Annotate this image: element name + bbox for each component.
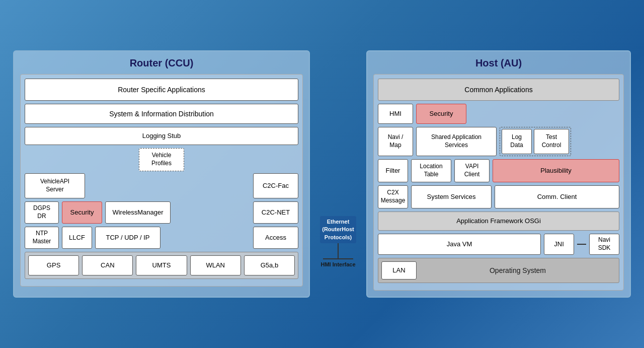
jni-line bbox=[577, 244, 586, 245]
tcp-box: TCP / UDP / IP bbox=[95, 227, 160, 249]
system-info-box: System & Information Distribution bbox=[25, 104, 298, 124]
umts-box: UMTS bbox=[136, 255, 187, 275]
ethernet-section: Ethernet (RouterHost Protocols) HMI Inte… bbox=[318, 50, 358, 298]
router-specific-box: Router Specific Applications bbox=[25, 79, 298, 101]
dgps-box: DGPS DR bbox=[25, 201, 59, 224]
access-box: Access bbox=[253, 227, 298, 249]
plausibility-box: Plausibility bbox=[493, 159, 619, 182]
system-services-box: System Services bbox=[411, 185, 492, 208]
logging-box: Logging Stub bbox=[25, 127, 298, 145]
router-title: Router (CCU) bbox=[20, 57, 303, 69]
host-panel: Host (AU) Common Applications HMI Securi… bbox=[366, 50, 631, 298]
log-data-box: Log Data bbox=[502, 129, 532, 154]
comm-client-box: Comm. Client bbox=[495, 185, 619, 208]
navi-sdk-box: Navi SDK bbox=[589, 234, 619, 255]
gps-box: GPS bbox=[28, 255, 79, 275]
navi-map-box: Navi / Map bbox=[378, 127, 413, 156]
filter-box: Filter bbox=[378, 159, 408, 182]
llcf-box: LLCF bbox=[62, 227, 92, 249]
host-title: Host (AU) bbox=[373, 57, 624, 69]
jni-box: JNI bbox=[544, 234, 574, 255]
c2c-net-box: C2C-NET bbox=[253, 201, 298, 224]
c2c-fac-box: C2C-Fac bbox=[253, 173, 298, 198]
security-red-box: Security bbox=[62, 201, 102, 224]
java-vm-box: Java VM bbox=[378, 234, 541, 255]
ethernet-line-top bbox=[338, 243, 339, 258]
test-control-box: Test Control bbox=[534, 129, 569, 154]
lan-box: LAN bbox=[381, 261, 417, 280]
operating-system-label: Operating System bbox=[420, 266, 616, 274]
ntp-box: NTP Master bbox=[25, 227, 59, 249]
router-panel: Router (CCU) Router Specific Application… bbox=[13, 50, 310, 298]
vapi-client-box: VAPI Client bbox=[454, 159, 490, 182]
app-framework-box: Application Framework OSGi bbox=[378, 212, 619, 231]
common-apps-box: Common Applications bbox=[378, 79, 619, 101]
wlan-box: WLAN bbox=[190, 255, 241, 275]
g5ab-box: G5a,b bbox=[244, 255, 295, 275]
location-table-box: Location Table bbox=[411, 159, 451, 182]
c2x-message-box: C2X Message bbox=[378, 185, 408, 208]
hmi-interface-label: HMI Interface bbox=[320, 261, 355, 267]
vehicle-profiles-box: Vehicle Profiles bbox=[139, 148, 184, 171]
shared-app-box: Shared Application Services bbox=[416, 127, 497, 156]
hmi-box: HMI bbox=[378, 104, 413, 124]
vehicle-api-box: VehicleAPI Server bbox=[25, 173, 85, 198]
dashed-group: Log Data Test Control bbox=[500, 127, 571, 156]
ethernet-label: Ethernet (RouterHost Protocols) bbox=[320, 216, 356, 243]
host-security-box: Security bbox=[416, 104, 466, 124]
can-box: CAN bbox=[82, 255, 133, 275]
ethernet-line-horiz bbox=[323, 258, 353, 259]
wireless-manager-box: WirelessManager bbox=[105, 201, 171, 224]
